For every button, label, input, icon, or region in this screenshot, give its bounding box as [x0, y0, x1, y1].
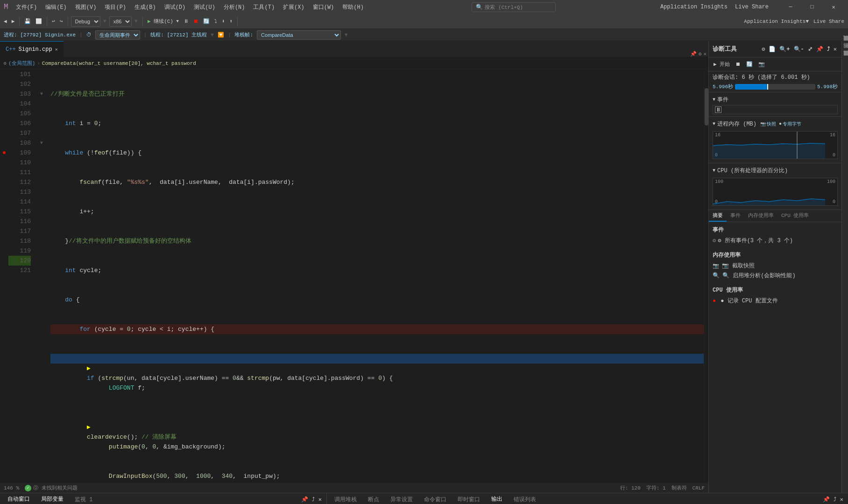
pause-btn[interactable]: ⏸	[182, 17, 191, 25]
diag-zoom-in-icon[interactable]: 🔍+	[778, 45, 791, 54]
close-button[interactable]: ✕	[823, 0, 844, 14]
code-line-112: ▶ cleardevice(); // 清除屏幕	[50, 413, 704, 422]
right-sidebar-test-explorer[interactable]: 测试资源管理器	[842, 41, 848, 49]
diag-record-cpu-btn[interactable]: ● ● 记录 CPU 配置文件	[713, 296, 838, 306]
tab-close-button[interactable]: ✕	[55, 47, 58, 52]
menu-analyze[interactable]: 分析(N)	[220, 2, 249, 12]
right-sidebar-diagram[interactable]: 图解	[842, 49, 848, 56]
editor-tab-signin[interactable]: C++ Signin.cpp ✕	[0, 41, 64, 57]
stop-btn[interactable]: ⏹	[191, 17, 200, 25]
menu-help[interactable]: 帮助(H)	[339, 2, 367, 12]
diag-screenshot-btn[interactable]: 📷	[756, 60, 767, 68]
scrollbar-thumb[interactable]	[705, 88, 708, 126]
toolbar-save-btn[interactable]: 💾	[22, 17, 33, 25]
output-float-icon[interactable]: ⤴	[833, 495, 837, 504]
diag-events-toggle[interactable]: ⏸	[715, 106, 721, 113]
platform-dropdown[interactable]: x86	[109, 16, 132, 27]
locals-tab-watch[interactable]: 监视 1	[71, 495, 96, 504]
diag-float-icon[interactable]: ⤴	[826, 45, 831, 54]
output-tab-command[interactable]: 命令窗口	[420, 495, 450, 504]
stack-dropdown[interactable]: CompareData	[257, 30, 341, 40]
menu-test[interactable]: 测试(U)	[190, 2, 219, 12]
output-tab-exceptions[interactable]: 异常设置	[387, 495, 417, 504]
locals-close-icon[interactable]: ✕	[318, 495, 323, 504]
editor-panel-close-icon[interactable]: ✕	[703, 51, 707, 57]
code-content[interactable]: //判断文件是否已正常打开 int i = 0; while (!feof(fi…	[47, 70, 704, 483]
menu-debug[interactable]: 调试(D)	[161, 2, 190, 12]
diag-tab-cpu-rate[interactable]: CPU 使用率	[777, 210, 813, 222]
menu-extensions[interactable]: 扩展(X)	[279, 2, 308, 12]
menu-window[interactable]: 窗口(W)	[309, 2, 338, 12]
diag-memory-header[interactable]: ▼ 进程内存 (MB) 📷 快照 ● 专用字节	[713, 119, 838, 129]
app-insights-toolbar-btn[interactable]: Application Insights ▼	[742, 18, 811, 25]
toolbar-undo-btn[interactable]: ↩	[50, 17, 57, 25]
no-issues-badge[interactable]: ✓ ⓪ 未找到相关问题	[25, 484, 78, 491]
debug-config-dropdown[interactable]: Debug	[71, 16, 100, 27]
locals-float-icon[interactable]: ⤴	[311, 495, 316, 504]
locals-tab-locals[interactable]: 局部变量	[37, 494, 67, 504]
output-tab-breakpoints[interactable]: 断点	[364, 495, 383, 504]
editor-panel-pin-icon[interactable]: 📌	[690, 51, 697, 57]
diag-close-icon[interactable]: ✕	[833, 45, 838, 54]
right-sidebar-team-explorer[interactable]: 团队资源管理器	[842, 56, 848, 63]
diag-tab-summary[interactable]: 摘要	[709, 210, 727, 222]
diag-capture-snapshot-btn[interactable]: 📷 📷 截取快照	[713, 261, 838, 271]
record-cpu-label: ● 记录 CPU 配置文件	[721, 297, 777, 305]
output-tab-error-list[interactable]: 错误列表	[510, 495, 540, 504]
live-share-toolbar-btn[interactable]: Live Share	[812, 18, 846, 25]
code-editor[interactable]: ● 101 102 103 104 105 106 107 108 109 11…	[0, 70, 708, 483]
restart-btn[interactable]: 🔄	[201, 17, 212, 25]
diag-events-header[interactable]: ▼ 事件	[713, 94, 838, 105]
diag-time-bar[interactable]	[735, 84, 815, 90]
diag-all-events-item[interactable]: ⚙ ⚙ 所有事件(3 个，共 3 个)	[713, 236, 838, 245]
diag-fit-icon[interactable]: ⤢	[807, 45, 813, 54]
minimize-button[interactable]: ─	[780, 0, 801, 14]
file-scope-label[interactable]: (全局范围)	[8, 60, 35, 67]
diag-stop-btn[interactable]: ⏹	[734, 60, 742, 68]
editor-scrollbar[interactable]	[704, 70, 708, 483]
output-tab-immediate[interactable]: 即时窗口	[454, 495, 484, 504]
output-pin-icon[interactable]: 📌	[822, 495, 831, 504]
menu-edit[interactable]: 编辑(E)	[42, 2, 71, 12]
diag-tab-memory-rate[interactable]: 内存使用率	[744, 210, 777, 222]
editor-panel-settings-icon[interactable]: ⚙	[699, 51, 702, 57]
toolbar-back-btn[interactable]: ◀	[2, 17, 9, 25]
fold-108[interactable]: ▼	[40, 140, 43, 146]
search-box[interactable]: 🔍 搜索 (Ctrl+Q)	[472, 2, 556, 12]
lifecycle-dropdown[interactable]: 生命周期事件	[95, 30, 140, 40]
diag-pin-icon[interactable]: 📌	[815, 45, 824, 54]
toolbar-save-all-btn[interactable]: ⬜	[34, 17, 44, 25]
toolbar-forward-btn[interactable]: ▶	[10, 17, 17, 25]
diag-heap-analysis-btn[interactable]: 🔍 🔍 启用堆分析(会影响性能)	[713, 271, 838, 280]
output-close-icon[interactable]: ✕	[839, 495, 844, 504]
output-tab-output[interactable]: 输出	[488, 494, 506, 504]
app-insights-button[interactable]: Application Insights	[660, 4, 728, 10]
diag-cpu-label: CPU (所有处理器的百分比)	[717, 167, 788, 175]
step-out-btn[interactable]: ⬆	[228, 17, 235, 25]
function-scope-label[interactable]: CompareData(wchar_t username[20], wchar_…	[42, 61, 196, 66]
diag-settings-icon[interactable]: ⚙	[761, 45, 766, 54]
fold-103[interactable]: ▼	[40, 91, 43, 97]
diag-tab-events[interactable]: 事件	[727, 210, 744, 222]
app-icon: M	[4, 3, 8, 11]
menu-file[interactable]: 文件(F)	[12, 2, 41, 12]
step-over-btn[interactable]: ⤵	[212, 17, 219, 25]
menu-build[interactable]: 生成(B)	[131, 2, 160, 12]
menu-project[interactable]: 项目(P)	[101, 2, 130, 12]
continue-button[interactable]: ▶ 继续(C) ▼	[146, 17, 181, 26]
diag-export-icon[interactable]: 📄	[768, 45, 777, 54]
diag-refresh-btn[interactable]: 🔄	[744, 60, 755, 68]
diag-zoom-out-icon[interactable]: 🔍-	[793, 45, 805, 54]
toolbar-redo-btn[interactable]: ↪	[58, 17, 65, 25]
diag-start-btn[interactable]: ▶ 开始	[712, 60, 732, 69]
diag-snapshot-label: 快照	[767, 121, 776, 127]
step-into-btn[interactable]: ⬇	[220, 17, 227, 25]
diag-cpu-header[interactable]: ▼ CPU (所有处理器的百分比)	[713, 165, 838, 176]
live-share-button[interactable]: Live Share	[735, 4, 769, 10]
locals-tab-auto[interactable]: 自动窗口	[4, 494, 34, 504]
locals-pin-icon[interactable]: 📌	[300, 495, 309, 504]
maximize-button[interactable]: □	[801, 0, 823, 14]
menu-tools[interactable]: 工具(T)	[249, 2, 278, 12]
output-tab-callstack[interactable]: 调用堆栈	[331, 495, 360, 504]
menu-view[interactable]: 视图(V)	[71, 2, 100, 12]
